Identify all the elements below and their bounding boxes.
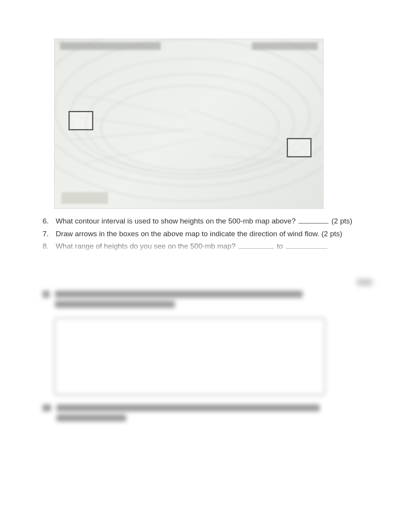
weather-map-500mb <box>54 39 324 209</box>
wind-direction-box-right[interactable] <box>287 138 312 157</box>
q8-blank-to[interactable] <box>286 248 327 249</box>
q8-blank-from[interactable] <box>238 248 274 249</box>
blurred-qnum <box>43 404 51 411</box>
blurred-pts <box>357 279 372 285</box>
blurred-line <box>57 414 126 421</box>
question-6: 6. What contour interval is used to show… <box>43 216 372 227</box>
worksheet-page: 6. What contour interval is used to show… <box>0 0 411 440</box>
blurred-line <box>55 291 303 298</box>
wind-direction-box-left[interactable] <box>68 111 93 130</box>
question-number: 6. <box>43 216 56 227</box>
blurred-content <box>43 279 372 425</box>
q6-blank[interactable] <box>298 223 329 223</box>
question-number: 7. <box>43 228 56 240</box>
question-text: Draw arrows in the boxes on the above ma… <box>56 228 372 240</box>
q6-text-before: What contour interval is used to show he… <box>56 217 298 225</box>
question-text: What range of heights do you see on the … <box>56 241 372 252</box>
blurred-line <box>57 404 320 411</box>
question-list: 6. What contour interval is used to show… <box>43 216 372 252</box>
q8-text-before: What range of heights do you see on the … <box>56 242 238 250</box>
q6-text-after: (2 pts) <box>329 217 352 225</box>
blurred-qnum <box>43 291 50 298</box>
map-contours-blur <box>55 39 323 208</box>
map-legend-blur <box>62 192 108 204</box>
answer-textarea[interactable] <box>54 318 325 395</box>
question-7: 7. Draw arrows in the boxes on the above… <box>43 228 372 240</box>
q8-mid: to <box>275 242 285 250</box>
question-text: What contour interval is used to show he… <box>56 216 372 227</box>
question-8: 8. What range of heights do you see on t… <box>43 241 372 252</box>
blurred-line <box>55 301 175 308</box>
question-number: 8. <box>43 241 56 252</box>
